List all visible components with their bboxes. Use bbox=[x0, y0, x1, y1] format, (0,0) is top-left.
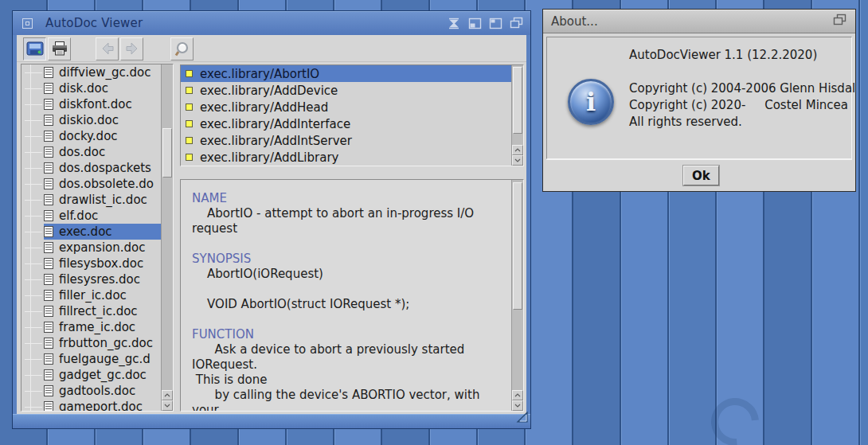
tree-item-label: filesysbox.doc bbox=[59, 256, 143, 271]
doc-text-scrollbar-thumb[interactable] bbox=[513, 182, 522, 310]
function-bullet-icon bbox=[186, 137, 193, 144]
tree-branch bbox=[22, 144, 44, 160]
main-titlebar[interactable]: AutoDoc Viewer bbox=[13, 11, 530, 35]
scroll-down-icon[interactable] bbox=[162, 400, 173, 411]
document-icon bbox=[44, 274, 53, 285]
tree-branch bbox=[22, 287, 44, 303]
tree-item-highlight: frame_ic.doc bbox=[44, 319, 161, 335]
zoom-icon[interactable] bbox=[468, 18, 482, 29]
document-icon bbox=[44, 401, 53, 411]
tree-item[interactable]: gadget_gc.doc bbox=[22, 367, 161, 383]
resize-icon[interactable] bbox=[516, 412, 529, 427]
scroll-up-icon[interactable] bbox=[512, 145, 523, 155]
tree-scroll-buttons bbox=[162, 390, 173, 411]
tree-branch bbox=[22, 208, 44, 224]
tree-item[interactable]: diskfont.doc bbox=[22, 96, 161, 112]
doc-text-line bbox=[192, 312, 508, 327]
tree-item-label: fillrect_ic.doc bbox=[59, 304, 138, 318]
tree-branch bbox=[22, 335, 44, 351]
tree-item[interactable]: dos.dospackets bbox=[22, 160, 161, 176]
tree-branch bbox=[22, 271, 44, 287]
tree-item[interactable]: gadtools.doc bbox=[22, 383, 161, 399]
tree-item-highlight: exec.doc bbox=[44, 224, 161, 240]
function-list-item[interactable]: exec.library/AddInterface bbox=[181, 115, 511, 132]
ok-button[interactable]: Ok bbox=[683, 166, 719, 185]
doc-section-heading: SYNOPSIS bbox=[192, 252, 508, 267]
about-copyright-2: Copyright (c) 2020- Costel Mincea bbox=[629, 97, 855, 114]
scroll-up-icon[interactable] bbox=[512, 390, 523, 400]
print-button[interactable] bbox=[48, 37, 71, 61]
about-titlebar[interactable]: About... bbox=[543, 10, 855, 33]
tree-item[interactable]: drawlist_ic.doc bbox=[22, 192, 161, 208]
tree-item[interactable]: exec.doc bbox=[22, 224, 161, 240]
tree-item[interactable]: fuelgauge_gc.d bbox=[22, 351, 161, 367]
tree-item[interactable]: expansion.doc bbox=[22, 240, 161, 256]
function-list-scrollbar[interactable] bbox=[511, 65, 523, 166]
tree-item-label: frame_ic.doc bbox=[59, 320, 135, 334]
tree-branch bbox=[22, 367, 44, 383]
tree-item[interactable]: frbutton_gc.doc bbox=[22, 335, 161, 351]
doc-section-heading: NAME bbox=[192, 191, 508, 206]
tree-item[interactable]: gameport.doc bbox=[22, 399, 161, 411]
doc-text-scrollbar[interactable] bbox=[511, 180, 523, 411]
forward-button[interactable] bbox=[120, 37, 143, 61]
document-icon bbox=[44, 162, 53, 174]
about-title: About... bbox=[551, 14, 598, 29]
depth-icon[interactable] bbox=[510, 17, 524, 29]
doc-text-line: AbortIO - attempt to abort an in-progres… bbox=[192, 206, 508, 236]
tree-item[interactable]: filesysbox.doc bbox=[22, 256, 161, 271]
tree-item-highlight: filesysres.doc bbox=[44, 271, 161, 287]
document-icon bbox=[44, 178, 53, 189]
scroll-down-icon[interactable] bbox=[512, 155, 523, 166]
function-list-item[interactable]: exec.library/AbortIO bbox=[181, 65, 511, 82]
function-list-item[interactable]: exec.library/AddHead bbox=[181, 99, 511, 115]
depth-icon[interactable] bbox=[833, 14, 847, 26]
back-button[interactable] bbox=[96, 37, 119, 61]
tree-scrollbar[interactable] bbox=[161, 64, 173, 411]
tree-item[interactable]: docky.doc bbox=[22, 128, 161, 144]
iconify-icon[interactable] bbox=[447, 18, 461, 29]
about-copyright-1: Copyright (c) 2004-2006 Glenn Hisdal bbox=[629, 80, 855, 97]
tree-item[interactable]: diffview_gc.doc bbox=[22, 64, 161, 80]
tree-item-label: docky.doc bbox=[59, 129, 118, 143]
tree-scrollbar-thumb[interactable] bbox=[162, 128, 172, 178]
tree-item[interactable]: diskio.doc bbox=[22, 112, 161, 128]
tree-item[interactable]: dos.doc bbox=[22, 144, 161, 160]
tree-item-highlight: elf.doc bbox=[44, 208, 161, 224]
document-icon bbox=[44, 322, 53, 333]
tree-item-highlight: fuelgauge_gc.d bbox=[44, 351, 161, 367]
search-icon bbox=[174, 41, 190, 57]
close-icon[interactable] bbox=[22, 18, 33, 29]
scroll-down-icon[interactable] bbox=[512, 400, 523, 411]
document-icon bbox=[44, 242, 53, 253]
scroll-up-icon[interactable] bbox=[162, 390, 173, 400]
tree-item-label: frbutton_gc.doc bbox=[59, 336, 153, 350]
tree-item[interactable]: disk.doc bbox=[22, 80, 161, 96]
function-list-item[interactable]: exec.library/AddIntServer bbox=[181, 132, 511, 149]
tree-branch bbox=[22, 399, 44, 411]
tree-item[interactable]: frame_ic.doc bbox=[22, 319, 161, 335]
tree-item-label: diskio.doc bbox=[59, 113, 119, 127]
tree-item-highlight: gameport.doc bbox=[44, 399, 161, 411]
function-bullet-icon bbox=[186, 103, 193, 111]
function-list-item-label: exec.library/AbortIO bbox=[200, 67, 319, 81]
tree-item-label: diskfont.doc bbox=[59, 97, 132, 111]
tree-item[interactable]: filler_ic.doc bbox=[22, 287, 161, 303]
tree-item[interactable]: elf.doc bbox=[22, 208, 161, 224]
document-icon bbox=[44, 338, 53, 349]
search-button[interactable] bbox=[170, 37, 194, 61]
about-body: i AutoDocViewer 1.1 (12.2.2020) Copyrigh… bbox=[546, 37, 852, 159]
size-icon[interactable] bbox=[489, 18, 502, 29]
tree-branch bbox=[22, 96, 44, 112]
function-list-item[interactable]: exec.library/AddLibrary bbox=[181, 149, 511, 166]
tree-item[interactable]: filesysres.doc bbox=[22, 271, 161, 287]
tree-item[interactable]: fillrect_ic.doc bbox=[22, 303, 161, 319]
function-list-item[interactable]: exec.library/AddDevice bbox=[181, 82, 511, 99]
tree-branch bbox=[22, 319, 44, 335]
open-disk-button[interactable] bbox=[23, 37, 46, 61]
function-list-scrollbar-thumb[interactable] bbox=[513, 67, 522, 134]
doc-text-panel[interactable]: NAME AbortIO - attempt to abort an in-pr… bbox=[180, 179, 524, 412]
tree-item[interactable]: dos.obsolete.do bbox=[22, 176, 161, 192]
tree-item-highlight: disk.doc bbox=[44, 80, 161, 96]
toolbar bbox=[17, 35, 526, 62]
